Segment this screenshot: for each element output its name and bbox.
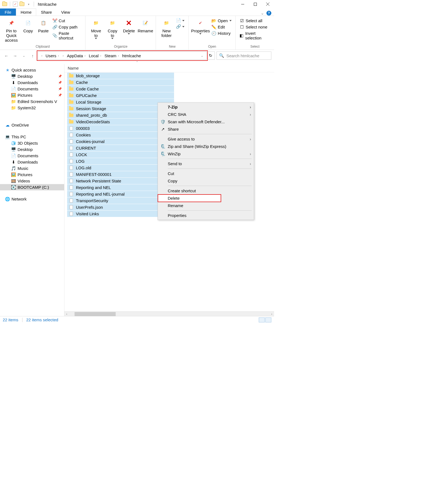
list-item[interactable]: blob_storage: [67, 72, 174, 79]
pin-quick-access-button[interactable]: 📌 Pin to Quick access: [2, 18, 21, 44]
tree-item[interactable]: 📄Documents: [0, 153, 64, 159]
tree-network[interactable]: 🌐Network: [0, 196, 64, 202]
tree-item[interactable]: 🧊3D Objects: [0, 140, 64, 146]
ctx-7zip[interactable]: 7-Zip›: [158, 103, 254, 111]
tree-item[interactable]: ⬇Downloads📌: [0, 79, 64, 86]
new-folder-button[interactable]: 📁 New folder: [158, 18, 175, 39]
tree-item[interactable]: 📁Edited Screenshots V: [0, 98, 64, 105]
breadcrumb-item[interactable]: Steam›: [103, 53, 121, 58]
ctx-send-to[interactable]: Send to›: [158, 160, 254, 167]
ribbon-group-new: 📁 New folder 📄 🔗 New: [156, 16, 189, 50]
ctx-cut[interactable]: Cut: [158, 170, 254, 177]
file-icon: [69, 172, 74, 177]
maximize-button[interactable]: [249, 0, 261, 8]
list-item[interactable]: Code Cache: [67, 85, 174, 92]
paste-button[interactable]: 📋 Paste: [36, 18, 51, 34]
tree-item[interactable]: 🖥️Desktop: [0, 146, 64, 153]
select-none-button[interactable]: ☐Select none: [238, 24, 272, 30]
tree-item[interactable]: 📁System32: [0, 105, 64, 111]
breadcrumb-item[interactable]: ›: [61, 54, 65, 57]
copy-button[interactable]: 📄 Copy: [21, 18, 36, 34]
pc-icon: 💻: [5, 135, 10, 139]
close-button[interactable]: [261, 0, 274, 8]
help-icon[interactable]: ?: [266, 11, 271, 16]
list-item[interactable]: GPUCache: [67, 92, 174, 99]
tree-onedrive[interactable]: ☁OneDrive: [0, 122, 64, 128]
ctx-give-access[interactable]: Give access to›: [158, 135, 254, 143]
column-header-name[interactable]: Name: [64, 64, 274, 72]
edit-button[interactable]: ✏️Edit: [210, 24, 233, 30]
select-all-button[interactable]: ☑Select all: [238, 18, 272, 24]
delete-button[interactable]: ✕ Delete: [121, 18, 137, 36]
ctx-rename[interactable]: Rename: [158, 202, 254, 209]
history-button[interactable]: 🕘History: [210, 30, 233, 36]
ctx-winzip[interactable]: 🗜️WinZip›: [158, 150, 254, 157]
ctx-properties[interactable]: Properties: [158, 212, 254, 219]
easy-access-icon: 🔗: [176, 24, 181, 29]
tree-item[interactable]: 🖥️Desktop📌: [0, 73, 64, 79]
invert-selection-button[interactable]: ◧Invert selection: [238, 30, 272, 41]
ctx-zip-share[interactable]: 🗜️Zip and Share (WinZip Express): [158, 143, 254, 150]
qat-checkbox-icon[interactable]: ✓: [13, 2, 18, 7]
new-item-button[interactable]: 📄: [175, 18, 186, 24]
easy-access-button[interactable]: 🔗: [175, 24, 186, 30]
tree-quick-access[interactable]: ★Quick access: [0, 67, 64, 73]
ctx-crcsha[interactable]: CRC SHA›: [158, 111, 254, 118]
copy-path-button[interactable]: 🔗Copy path: [51, 24, 83, 30]
ctx-share[interactable]: ↗Share: [158, 125, 254, 133]
ribbon: 📌 Pin to Quick access 📄 Copy 📋 Paste ✂️C…: [0, 16, 274, 50]
ctx-create-shortcut[interactable]: Create shortcut: [158, 187, 254, 194]
open-button[interactable]: 📂Open: [210, 18, 233, 24]
ctx-copy[interactable]: Copy: [158, 177, 254, 185]
list-item[interactable]: Cache: [67, 79, 174, 85]
qat-dropdown-icon[interactable]: ▾: [26, 2, 31, 7]
context-menu: 7-Zip› CRC SHA› 🛡️Scan with Microsoft De…: [158, 102, 254, 220]
recent-dropdown[interactable]: ⌄: [20, 52, 27, 59]
tree-item[interactable]: 🖼️Pictures: [0, 171, 64, 178]
ctx-defender[interactable]: 🛡️Scan with Microsoft Defender...: [158, 118, 254, 125]
window-title: htmlcache: [38, 2, 56, 7]
item-icon: 🖼️: [11, 173, 16, 177]
tree-item[interactable]: 💽BOOTCAMP (C:): [0, 184, 64, 190]
tree-item[interactable]: 🖼️Pictures📌: [0, 92, 64, 98]
breadcrumb-item[interactable]: AppData›: [65, 53, 87, 58]
refresh-button[interactable]: ↻: [207, 51, 215, 60]
view-large-icons-button[interactable]: [265, 317, 271, 322]
search-input[interactable]: 🔍 Search htmlcache: [217, 51, 271, 60]
ribbon-group-open: ✔ Properties 📂Open ✏️Edit 🕘History Open: [189, 16, 236, 50]
breadcrumb-item[interactable]: htmlcache: [121, 53, 143, 58]
tree-item[interactable]: 🎞️Videos: [0, 178, 64, 184]
tab-view[interactable]: View: [56, 8, 75, 16]
collapse-ribbon-icon[interactable]: ⌄: [261, 11, 264, 16]
properties-button[interactable]: ✔ Properties: [191, 18, 210, 36]
view-details-button[interactable]: [259, 317, 265, 322]
breadcrumb-icon[interactable]: ›: [39, 54, 44, 57]
tree-item[interactable]: 📄Documents📌: [0, 86, 64, 92]
file-icon: [69, 199, 74, 203]
tab-file[interactable]: File: [0, 8, 16, 16]
up-button[interactable]: ↑: [29, 52, 36, 59]
tree-item[interactable]: ⬇Downloads: [0, 159, 64, 165]
tab-share[interactable]: Share: [36, 8, 56, 16]
breadcrumb-dropdown[interactable]: ⌄: [199, 54, 205, 57]
tab-home[interactable]: Home: [16, 8, 36, 16]
tree-item[interactable]: 🎵Music: [0, 165, 64, 171]
ribbon-group-organize: 📁 Move to 📁 Copy to ✕ Delete 📝 Rename Or…: [86, 16, 156, 50]
cut-button[interactable]: ✂️Cut: [51, 18, 83, 24]
minimize-button[interactable]: [236, 0, 249, 8]
move-to-button[interactable]: 📁 Move to: [88, 18, 104, 40]
forward-button[interactable]: →: [12, 52, 19, 59]
item-icon: 📁: [11, 106, 16, 110]
rename-button[interactable]: 📝 Rename: [137, 18, 153, 34]
tree-this-pc[interactable]: 💻This PC: [0, 134, 64, 140]
back-button[interactable]: ←: [3, 52, 10, 59]
file-icon: [69, 185, 74, 190]
horizontal-scrollbar[interactable]: ‹ ›: [64, 311, 274, 316]
breadcrumb-item[interactable]: Users›: [44, 53, 61, 58]
paste-shortcut-button[interactable]: 📎Paste shortcut: [51, 30, 83, 41]
copy-to-button[interactable]: 📁 Copy to: [104, 18, 121, 40]
breadcrumb[interactable]: › Users› › AppData› Local› Steam› htmlca…: [38, 51, 207, 60]
ctx-delete[interactable]: Delete: [158, 194, 221, 202]
breadcrumb-item[interactable]: Local›: [87, 53, 103, 58]
file-name: LOG: [76, 159, 85, 164]
